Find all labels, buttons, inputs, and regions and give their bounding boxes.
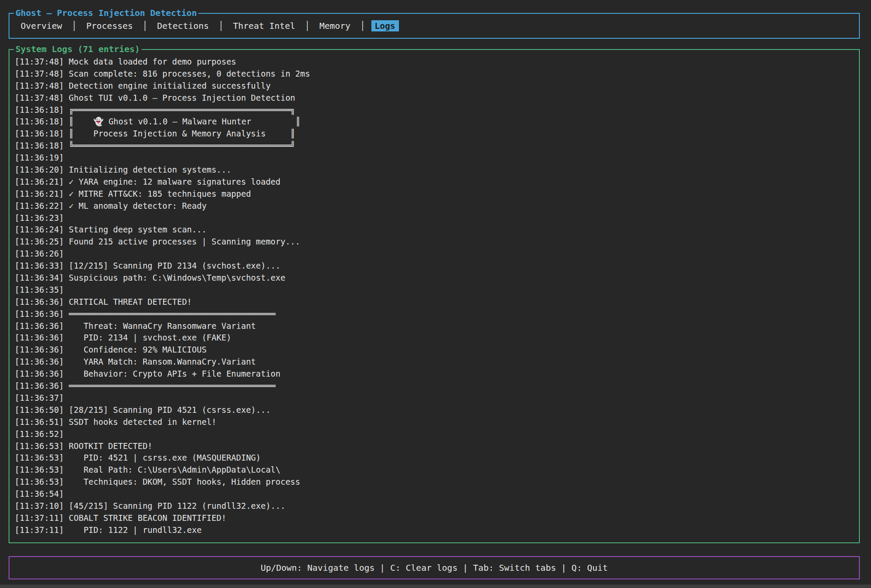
log-timestamp: [11:36:25]	[15, 237, 64, 246]
log-message: PID: 1122 | rundll32.exe	[69, 525, 202, 535]
tab-detections[interactable]: Detections	[154, 20, 212, 31]
log-timestamp: [11:36:53]	[15, 465, 64, 474]
log-timestamp: [11:36:51]	[15, 417, 64, 427]
log-timestamp: [11:36:52]	[15, 429, 64, 439]
log-timestamp: [11:36:53]	[15, 477, 64, 486]
log-timestamp: [11:36:36]	[15, 297, 64, 306]
log-timestamp: [11:36:20]	[15, 165, 64, 174]
log-entry: [11:36:22]✓ ML anomaly detector: Ready	[15, 200, 856, 212]
tab-separator: │	[213, 21, 229, 31]
log-entry: [11:37:48]Mock data loaded for demo purp…	[15, 56, 856, 68]
log-timestamp: [11:36:33]	[15, 261, 64, 270]
logs-panel-title: System Logs (71 entries)	[14, 43, 142, 55]
tab-logs[interactable]: Logs	[371, 20, 399, 31]
tab-separator: │	[355, 21, 370, 31]
log-message: CRITICAL THREAT DETECTED!	[69, 297, 192, 306]
log-entry: [11:36:53] PID: 4521 | csrss.exe (MASQUE…	[15, 452, 856, 464]
log-timestamp: [11:36:36]	[15, 369, 64, 378]
log-entry: [11:36:24]Starting deep system scan...	[15, 224, 856, 236]
log-entry: [11:36:50][28/215] Scanning PID 4521 (cs…	[15, 404, 856, 416]
log-message: [12/215] Scanning PID 2134 (svchost.exe)…	[69, 261, 281, 270]
log-message: ║ 👻 Ghost v0.1.0 — Malware Hunter ║	[69, 117, 300, 126]
log-entry: [11:37:48]Detection engine initialized s…	[15, 80, 856, 92]
log-entry: [11:37:48]Scan complete: 816 processes, …	[15, 68, 856, 80]
log-entry: [11:36:36] Confidence: 92% MALICIOUS	[15, 344, 856, 356]
log-entry: [11:36:20]Initializing detection systems…	[15, 164, 856, 176]
tab-separator: │	[137, 21, 153, 31]
log-entry: [11:36:18]╚═════════════════════════════…	[15, 140, 856, 152]
log-timestamp: [11:36:24]	[15, 225, 64, 234]
log-timestamp: [11:36:18]	[15, 141, 64, 150]
log-message: ╔═══════════════════════════════════════…	[69, 105, 295, 115]
log-entry: [11:36:36] Behavior: Crypto APIs + File …	[15, 368, 856, 380]
tab-threat-intel[interactable]: Threat Intel	[230, 20, 299, 31]
log-timestamp: [11:37:48]	[15, 57, 64, 66]
log-entry: [11:36:53] Real Path: C:\Users\Admin\App…	[15, 464, 856, 476]
log-message: ✓ MITRE ATT&CK: 185 techniques mapped	[69, 189, 251, 198]
log-entry: [11:36:51]SSDT hooks detected in kernel!	[15, 416, 856, 428]
window-edge	[0, 585, 871, 588]
log-entry: [11:37:48]Ghost TUI v0.1.0 — Process Inj…	[15, 92, 856, 104]
log-timestamp: [11:37:11]	[15, 525, 64, 535]
log-entry: [11:36:34]Suspicious path: C:\Windows\Te…	[15, 272, 856, 284]
log-entry: [11:36:36]CRITICAL THREAT DETECTED!	[15, 296, 856, 308]
log-message: ════════════════════════════════════════…	[69, 381, 275, 390]
log-message: PID: 4521 | csrss.exe (MASQUERADING)	[69, 453, 261, 462]
log-entry: [11:36:23]	[15, 212, 856, 224]
log-entry: [11:36:36] YARA Match: Ransom.WannaCry.V…	[15, 356, 856, 368]
app-header-panel: Ghost — Process Injection Detection Over…	[9, 13, 860, 39]
log-timestamp: [11:36:53]	[15, 453, 64, 462]
log-timestamp: [11:36:21]	[15, 177, 64, 186]
log-timestamp: [11:36:23]	[15, 213, 64, 223]
log-message: Behavior: Crypto APIs + File Enumeration	[69, 369, 281, 378]
terminal-screen: Ghost — Process Injection Detection Over…	[0, 0, 871, 588]
log-message: Starting deep system scan...	[69, 225, 207, 234]
tab-memory[interactable]: Memory	[316, 20, 354, 31]
log-entry: [11:37:10][45/215] Scanning PID 1122 (ru…	[15, 500, 856, 512]
log-timestamp: [11:36:36]	[15, 381, 64, 390]
tab-bar: Overview │ Processes │ Detections │ Thre…	[16, 14, 400, 38]
status-bar: Up/Down: Navigate logs | C: Clear logs |…	[9, 556, 860, 579]
log-timestamp: [11:37:48]	[15, 81, 64, 90]
log-timestamp: [11:36:18]	[15, 105, 64, 115]
log-message: Threat: WannaCry Ransomware Variant	[69, 321, 256, 331]
log-message: ✓ YARA engine: 12 malware signatures loa…	[69, 177, 281, 186]
log-message: Initializing detection systems...	[69, 165, 232, 174]
tab-overview[interactable]: Overview	[17, 20, 65, 31]
log-message: ║ Process Injection & Memory Analysis ║	[69, 129, 295, 138]
log-message: ════════════════════════════════════════…	[69, 309, 275, 319]
log-message: YARA Match: Ransom.WannaCry.Variant	[69, 357, 256, 366]
log-timestamp: [11:36:19]	[15, 153, 64, 162]
log-entry: [11:36:36] PID: 2134 | svchost.exe (FAKE…	[15, 332, 856, 344]
log-entry: [11:36:18]║ Process Injection & Memory A…	[15, 128, 856, 140]
log-timestamp: [11:37:11]	[15, 513, 64, 523]
log-timestamp: [11:36:21]	[15, 189, 64, 198]
log-entry: [11:36:36] Threat: WannaCry Ransomware V…	[15, 320, 856, 332]
log-message: Suspicious path: C:\Windows\Temp\svchost…	[69, 273, 285, 282]
log-timestamp: [11:36:22]	[15, 201, 64, 210]
log-timestamp: [11:36:36]	[15, 309, 64, 319]
log-entry: [11:36:53]ROOTKIT DETECTED!	[15, 440, 856, 452]
log-message: ╚═══════════════════════════════════════…	[69, 141, 295, 150]
log-entry: [11:37:11] PID: 1122 | rundll32.exe	[15, 524, 856, 536]
log-message: Ghost TUI v0.1.0 — Process Injection Det…	[69, 93, 295, 102]
log-entry: [11:36:53] Techniques: DKOM, SSDT hooks,…	[15, 476, 856, 488]
log-message: Detection engine initialized successfull…	[69, 81, 271, 90]
log-entry: [11:36:25]Found 215 active processes | S…	[15, 236, 856, 248]
log-message: COBALT STRIKE BEACON IDENTIFIED!	[69, 513, 226, 523]
log-timestamp: [11:36:37]	[15, 393, 64, 402]
log-list[interactable]: [11:37:48]Mock data loaded for demo purp…	[15, 56, 856, 540]
log-message: Scan complete: 816 processes, 0 detectio…	[69, 69, 310, 78]
log-timestamp: [11:36:50]	[15, 405, 64, 415]
log-entry: [11:36:18]╔═════════════════════════════…	[15, 104, 856, 116]
log-timestamp: [11:36:53]	[15, 441, 64, 451]
log-entry: [11:36:36]══════════════════════════════…	[15, 308, 856, 320]
log-timestamp: [11:36:36]	[15, 345, 64, 354]
log-entry: [11:37:11]COBALT STRIKE BEACON IDENTIFIE…	[15, 512, 856, 524]
tab-separator: │	[66, 21, 82, 31]
log-message: ROOTKIT DETECTED!	[69, 441, 152, 451]
log-entry: [11:36:35]	[15, 284, 856, 296]
log-entry: [11:36:26]	[15, 248, 856, 260]
tab-processes[interactable]: Processes	[83, 20, 136, 31]
log-timestamp: [11:36:54]	[15, 489, 64, 498]
